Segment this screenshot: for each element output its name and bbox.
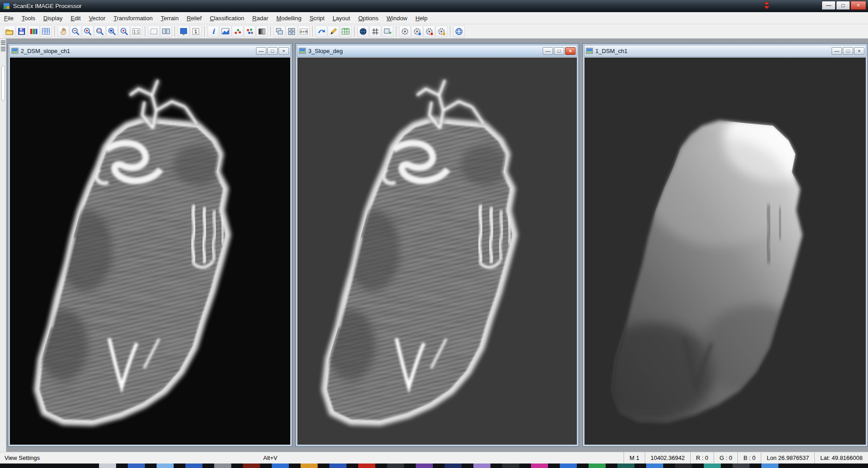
channel-composite-button[interactable] xyxy=(28,26,40,37)
document-icon xyxy=(11,47,18,54)
menu-file[interactable]: File xyxy=(0,13,18,24)
taskbar-icon-4[interactable] xyxy=(214,464,231,468)
child-maximize-button[interactable]: □ xyxy=(267,47,278,55)
menu-display[interactable]: Display xyxy=(39,13,67,24)
image-info-button[interactable]: i xyxy=(207,26,219,37)
menu-relief[interactable]: Relief xyxy=(183,13,206,24)
menu-classification[interactable]: Classification xyxy=(206,13,248,24)
child-close-button[interactable]: × xyxy=(565,47,576,55)
taskbar-icon-17[interactable] xyxy=(589,464,606,468)
taskbar-icon-21[interactable] xyxy=(704,464,721,468)
histogram-button[interactable] xyxy=(220,26,231,37)
save-button[interactable] xyxy=(16,26,27,37)
select-region-button[interactable] xyxy=(148,26,160,37)
child-minimize-button[interactable]: — xyxy=(543,47,553,55)
menu-layout[interactable]: Layout xyxy=(328,13,354,24)
child-close-button[interactable]: × xyxy=(854,47,864,55)
taskbar-icon-1[interactable] xyxy=(128,464,145,468)
zoom-full-button[interactable] xyxy=(106,26,118,37)
menu-script[interactable]: Script xyxy=(306,13,328,24)
taskbar-icon-22[interactable] xyxy=(733,464,750,468)
tile-windows-button[interactable] xyxy=(286,26,297,37)
attribute-table-button[interactable] xyxy=(340,26,351,37)
zoom-layer-button[interactable] xyxy=(118,26,130,37)
taskbar-icon-23[interactable] xyxy=(761,464,778,468)
zoom-layer-icon xyxy=(120,27,129,36)
scatter-plot-button[interactable] xyxy=(232,26,243,37)
pixel-table-button[interactable] xyxy=(40,26,52,37)
pan-button[interactable] xyxy=(58,26,69,37)
process-a-button[interactable] xyxy=(399,26,411,37)
split-view-button[interactable] xyxy=(160,26,172,37)
taskbar-icon-8[interactable] xyxy=(329,464,346,468)
taskbar-icon-12[interactable] xyxy=(445,464,462,468)
projection-button[interactable] xyxy=(357,26,369,37)
maximize-button[interactable]: □ xyxy=(836,1,850,10)
classification-dots-button[interactable] xyxy=(244,26,256,37)
menu-radar[interactable]: Radar xyxy=(248,13,272,24)
pixel-grid-button[interactable] xyxy=(369,26,381,37)
child-close-button[interactable]: × xyxy=(279,47,289,55)
dock-icon[interactable] xyxy=(1,40,5,45)
child-minimize-button[interactable]: — xyxy=(256,47,266,55)
measure-button[interactable] xyxy=(328,26,339,37)
child-titlebar[interactable]: 3_Slope_deg — □ × xyxy=(297,45,577,57)
geo-link-button[interactable] xyxy=(315,26,327,37)
open-file-button[interactable] xyxy=(4,26,15,37)
minimize-button[interactable]: — xyxy=(822,1,836,10)
menu-help[interactable]: Help xyxy=(411,13,432,24)
image-canvas[interactable] xyxy=(297,58,577,445)
menu-edit[interactable]: Edit xyxy=(67,13,85,24)
taskbar-icon-5[interactable] xyxy=(243,464,260,468)
taskbar-icon-7[interactable] xyxy=(301,464,318,468)
menu-vector[interactable]: Vector xyxy=(85,13,109,24)
pan-icon xyxy=(59,27,68,36)
taskbar-icon-20[interactable] xyxy=(675,464,692,468)
compare-ab-button[interactable]: A+B xyxy=(298,26,310,37)
menu-terrain[interactable]: Terrain xyxy=(157,13,183,24)
process-d-button[interactable] xyxy=(436,26,447,37)
close-button[interactable]: × xyxy=(850,1,866,10)
taskbar-icon-14[interactable] xyxy=(502,464,519,468)
taskbar[interactable] xyxy=(0,464,868,468)
menu-transformation[interactable]: Transformation xyxy=(109,13,157,24)
taskbar-icon-11[interactable] xyxy=(416,464,433,468)
child-maximize-button[interactable]: □ xyxy=(843,47,853,55)
single-view-button[interactable]: 1 xyxy=(190,26,202,37)
taskbar-icon-18[interactable] xyxy=(617,464,634,468)
taskbar-icon-3[interactable] xyxy=(185,464,202,468)
taskbar-icon-10[interactable] xyxy=(387,464,404,468)
image-canvas[interactable] xyxy=(585,58,866,445)
dock-icon[interactable] xyxy=(1,47,5,51)
taskbar-icon-6[interactable] xyxy=(272,464,289,468)
contrast-stretch-button[interactable] xyxy=(256,26,268,37)
new-view-button[interactable] xyxy=(382,26,393,37)
web-map-button[interactable] xyxy=(453,26,465,37)
child-maximize-button[interactable]: □ xyxy=(554,47,564,55)
taskbar-icon-19[interactable] xyxy=(646,464,663,468)
menu-options[interactable]: Options xyxy=(354,13,382,24)
menu-modelling[interactable]: Modelling xyxy=(272,13,306,24)
process-b-button[interactable] xyxy=(411,26,423,37)
red-arrows-icon[interactable] xyxy=(763,1,771,11)
taskbar-icon-16[interactable] xyxy=(560,464,577,468)
menu-tools[interactable]: Tools xyxy=(18,13,39,24)
zoom-scale-button[interactable]: 1:1 xyxy=(130,26,142,37)
zoom-out-button[interactable] xyxy=(70,26,81,37)
child-titlebar[interactable]: 1_DSM_ch1 — □ × xyxy=(584,45,866,57)
taskbar-icon-15[interactable] xyxy=(531,464,548,468)
child-minimize-button[interactable]: — xyxy=(832,47,842,55)
zoom-in-button[interactable] xyxy=(82,26,94,37)
cascade-windows-button[interactable] xyxy=(274,26,285,37)
menu-window[interactable]: Window xyxy=(382,13,411,24)
process-c-button[interactable] xyxy=(423,26,435,37)
image-canvas[interactable] xyxy=(10,58,290,445)
child-titlebar[interactable]: 2_DSM_slope_ch1 — □ × xyxy=(9,45,291,57)
taskbar-icon-13[interactable] xyxy=(473,464,490,468)
full-screen-button[interactable] xyxy=(178,26,189,37)
taskbar-icon-2[interactable] xyxy=(157,464,174,468)
taskbar-icon-0[interactable] xyxy=(99,464,116,468)
dock-scrollbar[interactable] xyxy=(1,66,5,101)
taskbar-icon-9[interactable] xyxy=(358,464,375,468)
zoom-window-button[interactable] xyxy=(94,26,106,37)
